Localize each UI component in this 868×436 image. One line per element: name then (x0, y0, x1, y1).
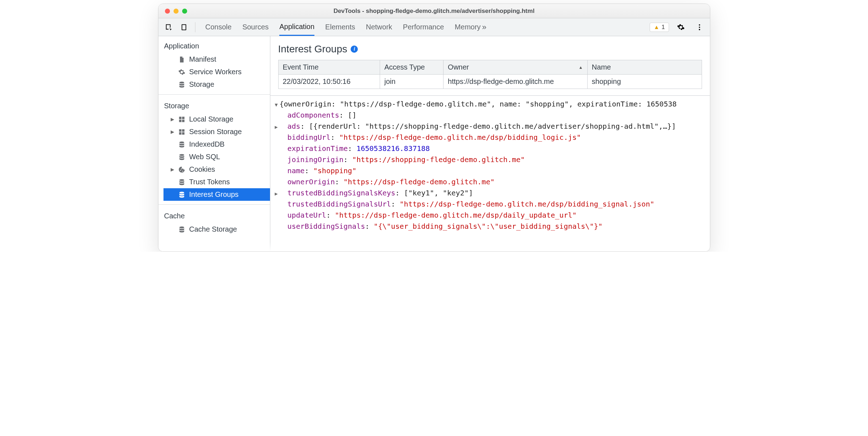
table-header-name[interactable]: Name (587, 60, 702, 75)
sidebar-item-label: IndexedDB (189, 140, 225, 148)
table-cell: https://dsp-fledge-demo.glitch.me (444, 75, 588, 89)
json-row[interactable]: name: "shopping" (273, 165, 707, 176)
json-row[interactable]: ▼{ownerOrigin: "https://dsp-fledge-demo.… (273, 99, 707, 110)
sidebar-item-storage[interactable]: Storage (163, 78, 270, 91)
json-row[interactable]: ownerOrigin: "https://dsp-fledge-demo.gl… (273, 176, 707, 188)
sidebar-divider (158, 204, 270, 205)
sidebar-item-label: Web SQL (189, 153, 220, 161)
table-header-event-time[interactable]: Event Time (278, 60, 380, 75)
sidebar-item-label: Service Workers (189, 68, 242, 76)
db-icon (178, 178, 186, 186)
sidebar-item-label: Storage (189, 80, 214, 89)
disclosure-triangle-icon: ▶ (171, 117, 174, 122)
json-row[interactable]: updateUrl: "https://dsp-fledge-demo.glit… (273, 210, 707, 221)
window-close-button[interactable] (165, 9, 170, 14)
sidebar-item-service-workers[interactable]: Service Workers (163, 66, 270, 78)
window-minimize-button[interactable] (174, 9, 179, 14)
tab-memory[interactable]: Memory (455, 18, 480, 36)
table-header-owner[interactable]: Owner▲ (444, 60, 588, 75)
devtools-toolbar: ConsoleSourcesApplicationElementsNetwork… (158, 18, 710, 36)
json-row[interactable]: ▶trustedBiddingSignalsKeys: ["key1", "ke… (273, 188, 707, 199)
table-cell: join (380, 75, 443, 89)
tab-elements[interactable]: Elements (325, 18, 355, 36)
window-title: DevTools - shopping-fledge-demo.glitch.m… (158, 8, 710, 15)
sort-indicator-icon: ▲ (579, 65, 583, 70)
sidebar-item-local-storage[interactable]: ▶Local Storage (163, 113, 270, 125)
device-toolbar-button[interactable] (177, 20, 191, 34)
window-titlebar: DevTools - shopping-fledge-demo.glitch.m… (158, 4, 710, 18)
grid-icon (178, 115, 186, 123)
interest-group-details[interactable]: ▼{ownerOrigin: "https://dsp-fledge-demo.… (270, 96, 710, 251)
db-icon (178, 141, 186, 148)
json-row[interactable]: joiningOrigin: "https://shopping-fledge-… (273, 154, 707, 165)
interest-groups-panel: Interest Groups i Event TimeAccess TypeO… (270, 36, 710, 251)
sidebar-item-web-sql[interactable]: Web SQL (163, 151, 270, 163)
db-icon (178, 153, 186, 161)
sidebar-item-trust-tokens[interactable]: Trust Tokens (163, 176, 270, 188)
db-icon (178, 81, 186, 89)
kebab-menu-button[interactable] (693, 20, 706, 34)
inspect-element-button[interactable] (162, 20, 176, 34)
sidebar-item-label: Cookies (189, 165, 215, 174)
tab-performance[interactable]: Performance (403, 18, 444, 36)
cookie-icon (178, 166, 186, 174)
table-cell: 22/03/2022, 10:50:16 (278, 75, 380, 89)
panel-title: Interest Groups (278, 43, 347, 55)
svg-point-0 (699, 24, 700, 25)
json-row[interactable]: expirationTime: 1650538216.837188 (273, 143, 707, 154)
json-row[interactable]: adComponents: [] (273, 110, 707, 121)
db-icon (178, 226, 186, 233)
window-zoom-button[interactable] (182, 9, 187, 14)
tab-console[interactable]: Console (205, 18, 232, 36)
disclosure-triangle-icon: ▶ (171, 167, 174, 172)
json-row[interactable]: ▶ads: [{renderUrl: "https://shopping-fle… (273, 121, 707, 132)
sidebar-heading: Storage (163, 100, 270, 113)
devtools-main: ApplicationManifestService WorkersStorag… (158, 36, 710, 251)
tab-application[interactable]: Application (279, 18, 314, 36)
sidebar-item-indexeddb[interactable]: IndexedDB (163, 138, 270, 151)
json-row[interactable]: biddingUrl: "https://dsp-fledge-demo.gli… (273, 132, 707, 143)
chevron-right-icon[interactable]: ▶ (273, 190, 280, 198)
sidebar-item-label: Session Storage (189, 128, 242, 136)
table-cell: shopping (587, 75, 702, 89)
sidebar-divider (158, 94, 270, 95)
file-icon (178, 56, 186, 63)
more-tabs-button[interactable]: » (482, 20, 487, 34)
table-header-row: Event TimeAccess TypeOwner▲Name (278, 60, 702, 75)
svg-point-1 (699, 27, 700, 28)
sidebar-item-session-storage[interactable]: ▶Session Storage (163, 125, 270, 138)
disclosure-triangle-icon: ▶ (171, 129, 174, 134)
tab-sources[interactable]: Sources (242, 18, 269, 36)
json-row[interactable]: userBiddingSignals: "{\"user_bidding_sig… (273, 221, 707, 232)
interest-groups-table: Event TimeAccess TypeOwner▲Name 22/03/20… (278, 60, 702, 89)
chevron-down-icon[interactable]: ▼ (273, 101, 280, 109)
sidebar-heading: Cache (163, 210, 270, 223)
tab-network[interactable]: Network (366, 18, 392, 36)
sidebar-item-label: Local Storage (189, 115, 233, 123)
table-row[interactable]: 22/03/2022, 10:50:16joinhttps://dsp-fled… (278, 75, 702, 89)
sidebar-item-label: Manifest (189, 55, 217, 63)
grid-icon (178, 128, 186, 136)
warnings-count: 1 (661, 24, 665, 31)
sidebar-item-interest-groups[interactable]: Interest Groups (163, 188, 270, 201)
devtools-window: DevTools - shopping-fledge-demo.glitch.m… (158, 4, 710, 252)
warnings-badge[interactable]: ▲ 1 (650, 23, 669, 32)
window-traffic-lights (158, 9, 187, 14)
table-header-access-type[interactable]: Access Type (380, 60, 443, 75)
gear-icon (178, 68, 186, 76)
db-icon (178, 191, 186, 199)
sidebar-item-manifest[interactable]: Manifest (163, 53, 270, 66)
warning-icon: ▲ (654, 24, 659, 30)
svg-point-2 (699, 29, 700, 30)
json-row[interactable]: trustedBiddingSignalsUrl: "https://dsp-f… (273, 199, 707, 210)
sidebar-item-cache-storage[interactable]: Cache Storage (163, 223, 270, 236)
info-icon[interactable]: i (351, 46, 358, 53)
settings-button[interactable] (674, 20, 688, 34)
sidebar-item-label: Trust Tokens (189, 178, 230, 186)
sidebar-item-cookies[interactable]: ▶Cookies (163, 163, 270, 176)
chevron-right-icon[interactable]: ▶ (273, 123, 280, 131)
application-sidebar: ApplicationManifestService WorkersStorag… (158, 36, 270, 251)
sidebar-item-label: Interest Groups (189, 190, 239, 199)
toolbar-divider (195, 22, 195, 32)
sidebar-heading: Application (163, 40, 270, 53)
